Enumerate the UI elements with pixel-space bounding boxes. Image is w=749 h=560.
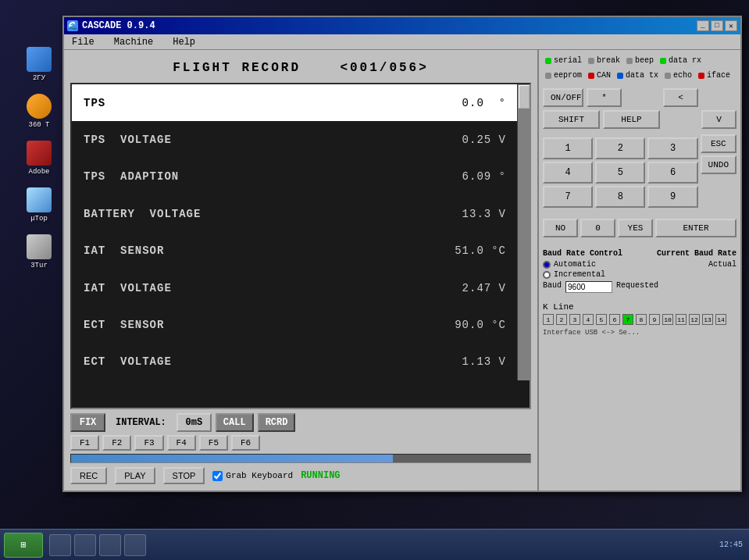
row-value-0: 0.0 °: [323, 84, 530, 121]
indicator-can: CAN: [588, 71, 611, 80]
incremental-radio[interactable]: Incremental: [543, 270, 605, 279]
esc-button[interactable]: ESC: [701, 134, 737, 153]
table-row[interactable]: TPS 0.0 °: [72, 84, 530, 121]
kline-dot-4[interactable]: 4: [583, 314, 594, 325]
menu-file[interactable]: File: [68, 36, 98, 48]
yes-button[interactable]: YES: [618, 219, 653, 237]
help-button[interactable]: HELP: [603, 110, 660, 129]
scrollbar[interactable]: [517, 84, 530, 380]
no-button[interactable]: NO: [543, 219, 578, 237]
play-button[interactable]: PLAY: [115, 467, 155, 484]
num-9[interactable]: 9: [647, 186, 697, 208]
desktop-icon-4[interactable]: μTop: [16, 187, 62, 223]
fix-button[interactable]: FIX: [70, 413, 105, 432]
table-row[interactable]: IAT SENSOR 51.0 °C: [72, 233, 530, 269]
num-7[interactable]: 7: [543, 186, 593, 208]
desktop-icon-1[interactable]: 2ГУ: [16, 47, 62, 82]
automatic-radio[interactable]: Automatic: [543, 260, 605, 269]
datarx-dot: [660, 58, 666, 64]
break-label: break: [597, 56, 620, 65]
maximize-button[interactable]: □: [711, 20, 723, 31]
row-label-2: TPS ADAPTION: [72, 159, 323, 195]
call-button[interactable]: CALL: [216, 413, 254, 432]
kline-dot-13[interactable]: 13: [702, 314, 713, 325]
baud-section: Baud Rate Control Current Baud Rate Auto…: [543, 249, 737, 293]
enter-button[interactable]: ENTER: [655, 219, 737, 237]
grab-keyboard-checkbox[interactable]: [212, 471, 223, 481]
f5-button[interactable]: F5: [199, 435, 228, 451]
num-8[interactable]: 8: [595, 186, 645, 208]
star-button[interactable]: *: [587, 88, 622, 107]
arrow-left-button[interactable]: <: [663, 88, 698, 107]
indicator-datatx: data tx: [617, 71, 658, 80]
num-2[interactable]: 2: [595, 137, 645, 159]
kline-dot-12[interactable]: 12: [689, 314, 700, 325]
kline-dot-7[interactable]: 7: [622, 314, 633, 325]
requested-label: Requested: [616, 281, 658, 293]
desktop-icon-2[interactable]: 360 T: [16, 94, 62, 129]
menu-machine[interactable]: Machine: [110, 36, 157, 48]
kline-dot-10[interactable]: 10: [662, 314, 673, 325]
minimize-button[interactable]: _: [697, 20, 709, 31]
serial-dot: [545, 58, 551, 64]
rcrd-button[interactable]: RCRD: [258, 413, 296, 432]
scrollbar-thumb[interactable]: [519, 85, 530, 109]
rec-button[interactable]: REC: [70, 467, 107, 484]
start-button[interactable]: ⊞: [4, 533, 43, 558]
f4-button[interactable]: F4: [167, 435, 196, 451]
kline-dot-1[interactable]: 1: [543, 314, 554, 325]
special-buttons: ESC UNDO: [701, 134, 737, 211]
undo-button[interactable]: UNDO: [701, 155, 737, 174]
num-5[interactable]: 5: [595, 162, 645, 184]
f3-button[interactable]: F3: [134, 435, 163, 451]
taskbar-icon-2[interactable]: [74, 534, 96, 556]
desktop-icon-3[interactable]: Adobe: [16, 141, 62, 176]
grab-keyboard-label[interactable]: Grab Keyboard: [212, 471, 293, 481]
zero-button[interactable]: 0: [580, 219, 615, 237]
stop-button[interactable]: STOP: [163, 467, 205, 484]
data-table-wrapper: TPS 0.0 ° TPS VOLTAGE 0.25 V TPS ADAPTIO…: [70, 83, 531, 409]
kline-dot-9[interactable]: 9: [649, 314, 660, 325]
v-button[interactable]: V: [701, 110, 737, 129]
menu-help[interactable]: Help: [169, 36, 199, 48]
title-bar: 🌊 CASCADE 0.9.4 _ □ ✕: [64, 17, 740, 34]
kline-dot-3[interactable]: 3: [569, 314, 580, 325]
table-row[interactable]: TPS VOLTAGE 0.25 V: [72, 121, 530, 158]
actual-label: Actual: [708, 260, 737, 269]
table-row[interactable]: ECT VOLTAGE 1.13 V: [72, 344, 530, 380]
f6-button[interactable]: F6: [231, 435, 260, 451]
app-window: 🌊 CASCADE 0.9.4 _ □ ✕ File Machine Help …: [62, 16, 742, 492]
row-label-0: TPS: [72, 84, 323, 121]
kline-dot-14[interactable]: 14: [715, 314, 726, 325]
kline-dot-8[interactable]: 8: [636, 314, 647, 325]
taskbar-icon-1[interactable]: [49, 534, 71, 556]
table-row[interactable]: BATTERY VOLTAGE 13.3 V: [72, 195, 530, 232]
table-row[interactable]: IAT VOLTAGE 2.47 V: [72, 269, 530, 306]
interface-text: Interface USB <-> Se...: [543, 329, 737, 337]
desktop-icon-5[interactable]: 3Tur: [16, 234, 62, 269]
num-1[interactable]: 1: [543, 137, 593, 159]
num-6[interactable]: 6: [647, 162, 697, 184]
baud-header: Baud Rate Control Current Baud Rate: [543, 249, 737, 258]
table-row[interactable]: TPS ADAPTION 6.09 °: [72, 159, 530, 195]
taskbar-icon-3[interactable]: [99, 534, 121, 556]
onoff-button[interactable]: ON/OFF: [543, 88, 583, 107]
baud-input[interactable]: [565, 281, 612, 293]
kline-dot-6[interactable]: 6: [609, 314, 620, 325]
num-4[interactable]: 4: [543, 162, 593, 184]
f1-button[interactable]: F1: [70, 435, 99, 451]
baud-label: Baud: [543, 281, 562, 293]
f2-button[interactable]: F2: [102, 435, 131, 451]
kline-dot-5[interactable]: 5: [596, 314, 607, 325]
row-value-2: 6.09 °: [323, 159, 530, 195]
interval-value[interactable]: 0mS: [177, 413, 212, 432]
kline-dot-2[interactable]: 2: [556, 314, 567, 325]
close-button[interactable]: ✕: [725, 20, 737, 31]
taskbar-icon-4[interactable]: [124, 534, 146, 556]
app-title: CASCADE 0.9.4: [82, 20, 697, 31]
table-row[interactable]: ECT SENSOR 90.0 °C: [72, 306, 530, 343]
num-3[interactable]: 3: [647, 137, 697, 159]
shift-button[interactable]: SHIFT: [543, 110, 600, 129]
kline-dot-11[interactable]: 11: [676, 314, 687, 325]
data-table: TPS 0.0 ° TPS VOLTAGE 0.25 V TPS ADAPTIO…: [72, 84, 530, 380]
